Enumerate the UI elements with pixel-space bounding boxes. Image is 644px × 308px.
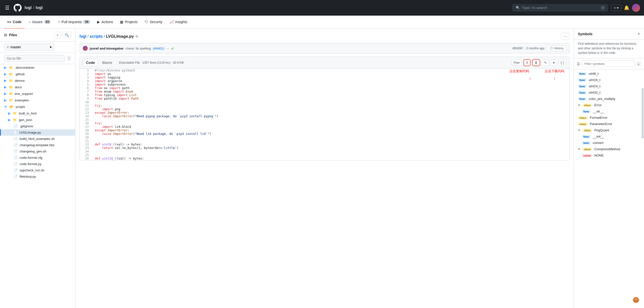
table-row[interactable]: 4 import argparse: [80, 79, 569, 83]
symbol-item[interactable]: class FormatError: [574, 114, 644, 121]
table-row[interactable]: 7 from enum import Enum: [80, 90, 569, 93]
file-icon: 📄: [14, 137, 18, 141]
table-row[interactable]: 2 import os: [80, 72, 569, 76]
table-row[interactable]: 3 import logging: [80, 76, 569, 79]
copy-path-icon[interactable]: ⎘: [136, 34, 138, 38]
list-item[interactable]: 📄 filetobuy.py: [0, 173, 75, 180]
list-item[interactable]: 📄 changelog-template.hbs: [0, 142, 75, 148]
add-file-button[interactable]: +: [54, 32, 61, 38]
table-row[interactable]: 19 raise ImportError("Need lz4 package, …: [80, 132, 569, 136]
symbol-item[interactable]: func uint8_t: [574, 70, 644, 77]
table-row[interactable]: 15: [80, 118, 569, 122]
symbol-item[interactable]: ▼ class PngQuant: [574, 127, 644, 133]
symbol-item[interactable]: func uint16_t: [574, 77, 644, 83]
symbol-item[interactable]: func __str__: [574, 108, 644, 114]
tab-code[interactable]: <> Code: [4, 16, 25, 29]
code-line: def uint8_t(val) -> bytes:: [93, 143, 569, 146]
download-button[interactable]: ⬇: [532, 59, 540, 66]
history-button[interactable]: 🕐 History: [547, 45, 566, 51]
edit-button[interactable]: ✎: [542, 59, 549, 66]
table-row[interactable]: 18 except ImportError:: [80, 129, 569, 132]
table-row[interactable]: 1 #!/usr/bin/env python3: [80, 69, 569, 72]
avatar[interactable]: [632, 4, 640, 12]
list-item[interactable]: 📄 code-format.py: [0, 161, 75, 167]
list-item[interactable]: ▶ 📁 .devcontainer: [0, 64, 75, 71]
tab-actions[interactable]: ▶ Actions: [94, 16, 116, 29]
line-num: 5: [80, 83, 93, 86]
table-row[interactable]: 10: [80, 100, 569, 104]
list-item[interactable]: 📄 .gitignore: [0, 123, 75, 129]
symbols-scrollbar[interactable]: [642, 88, 644, 138]
more-options-button[interactable]: ⋯: [561, 33, 570, 40]
raw-button[interactable]: Raw: [511, 60, 522, 66]
table-row[interactable]: 17 import lz4.block: [80, 125, 569, 129]
tab-code-view[interactable]: Code: [83, 59, 98, 66]
search-file-button[interactable]: 🔍: [62, 32, 71, 38]
symbol-item[interactable]: class ParameterError: [574, 121, 644, 127]
tab-issues[interactable]: ○ Issues 83: [26, 16, 54, 29]
symbol-item[interactable]: const NONE: [574, 152, 644, 159]
table-row[interactable]: 23 return val.to_bytes(1, byteorder='lit…: [80, 146, 569, 150]
table-row[interactable]: 14 raise ImportError("Need pypng package…: [80, 114, 569, 118]
repo-owner-link[interactable]: lvgl: [25, 6, 32, 10]
table-row[interactable]: 11 try:: [80, 104, 569, 107]
tab-projects[interactable]: ▦ Projects: [117, 16, 141, 29]
table-row[interactable]: 21: [80, 139, 569, 143]
symbol-item[interactable]: func __init__: [574, 133, 644, 140]
table-row[interactable]: 16 try:: [80, 122, 569, 125]
func-badge: func: [578, 85, 587, 88]
list-item[interactable]: 📄 LVGLImage.py: [0, 129, 75, 136]
sidebar-title-text: Files: [9, 33, 17, 37]
symbols-close-button[interactable]: ×: [638, 32, 640, 36]
list-item[interactable]: ▶ 📁 env_support: [0, 90, 75, 97]
table-row[interactable]: 25: [80, 153, 569, 157]
list-item[interactable]: 📄 code-format.cfg: [0, 155, 75, 161]
tab-security[interactable]: 🛡 Security: [142, 16, 166, 29]
symbol-item[interactable]: ▼ class Error: [574, 102, 644, 108]
commit-pr-link[interactable]: (#6401): [153, 47, 164, 50]
plus-button[interactable]: + ▾: [611, 5, 621, 11]
table-row[interactable]: 9 from pathlib import Path: [80, 97, 569, 100]
symbol-item[interactable]: func uint24_t: [574, 83, 644, 89]
list-item[interactable]: ▶ 📁 .github: [0, 71, 75, 77]
table-row[interactable]: 20: [80, 136, 569, 139]
list-item[interactable]: 📄 changelog_gen.sh: [0, 148, 75, 155]
table-row[interactable]: 26 def uint16_t(val) -> bytes:: [80, 157, 569, 160]
table-row[interactable]: 5 import subprocess: [80, 83, 569, 86]
list-item[interactable]: ▶ 📁 docs: [0, 84, 75, 90]
filter-symbols-input[interactable]: [582, 60, 635, 67]
cookie-dot[interactable]: 🍪: [633, 297, 639, 303]
list-item[interactable]: 📄 build_html_examples.sh: [0, 136, 75, 142]
notifications-button[interactable]: 🔔: [623, 4, 630, 12]
list-item[interactable]: ▶ 📁 built_in_font: [0, 110, 75, 117]
branch-select-btn[interactable]: ⑃ master ▾: [4, 44, 54, 51]
table-row[interactable]: 6 from os import path: [80, 86, 569, 90]
table-row[interactable]: 13 except ImportError:: [80, 111, 569, 114]
symbol-item[interactable]: func uint32_t: [574, 89, 644, 96]
symbol-item[interactable]: func convert: [574, 140, 644, 146]
table-row[interactable]: 8 from typing import List: [80, 93, 569, 97]
search-bar[interactable]: 🔍 Type / to search /: [512, 4, 608, 11]
repo-name-link[interactable]: lvgl: [36, 6, 43, 10]
list-item[interactable]: ▶ 📁 demos: [0, 77, 75, 84]
more-code-button[interactable]: ▾: [551, 59, 557, 66]
tab-insights[interactable]: 📈 Insights: [167, 16, 190, 29]
table-row[interactable]: 22 def uint8_t(val) -> bytes:: [80, 143, 569, 146]
symbol-item[interactable]: ▼ class CompressMethod: [574, 146, 644, 152]
hamburger-menu[interactable]: ☰: [4, 4, 11, 12]
table-row[interactable]: 24: [80, 150, 569, 153]
breadcrumb-lvgl-link[interactable]: lvgl: [79, 34, 87, 39]
list-item[interactable]: ▶ 📁 examples: [0, 97, 75, 103]
item-name: build_html_examples.sh: [20, 137, 55, 141]
go-to-file-input[interactable]: [4, 55, 65, 62]
symbols-toggle-button[interactable]: { }: [558, 59, 566, 66]
copy-code-button[interactable]: ⎘: [524, 59, 531, 66]
list-item[interactable]: 📄 cppcheck_run.sh: [0, 167, 75, 173]
symbol-item[interactable]: func color_pre_multiply: [574, 96, 644, 102]
tab-pull-requests[interactable]: ⑃ Pull requests 30: [55, 16, 93, 29]
list-item[interactable]: ▶ 📁 gen_json: [0, 117, 75, 123]
table-row[interactable]: 12 import png: [80, 107, 569, 111]
tab-blame[interactable]: Blame: [99, 59, 115, 66]
breadcrumb-scripts-link[interactable]: scripts: [90, 34, 103, 39]
list-item[interactable]: ▼ 📂 scripts: [0, 103, 75, 110]
